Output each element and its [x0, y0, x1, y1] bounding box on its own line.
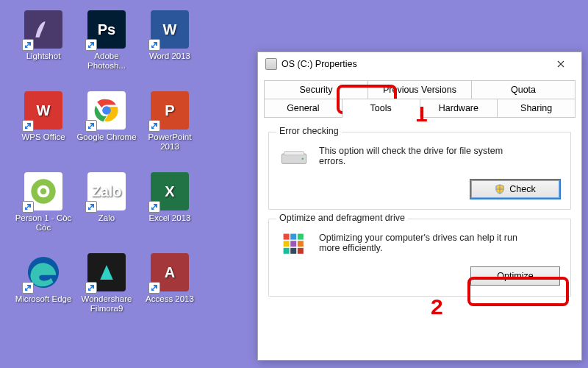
optimize-button[interactable]: Optimize [470, 266, 560, 286]
close-icon [557, 60, 564, 68]
shortcut-label: Lightshot [13, 52, 74, 61]
desktop-icons: Lightshot Ps Adobe Photosh... W Word 201… [13, 10, 200, 334]
shortcut-arrow-icon [85, 120, 97, 132]
shortcut-zalo[interactable]: Zalo Zalo [76, 172, 137, 253]
word-icon: W [151, 10, 189, 49]
edge-icon [24, 253, 62, 291]
svg-rect-12 [298, 234, 304, 240]
optimize-text: Optimizing your computer's drives can he… [319, 233, 539, 253]
tab-previous-versions[interactable]: Previous Versions [368, 80, 472, 99]
svg-rect-13 [284, 241, 290, 247]
excel-icon: X [151, 172, 189, 210]
shortcut-label: Wondershare Filmora9 [76, 294, 137, 314]
shortcut-label: Word 2013 [140, 52, 200, 61]
shortcut-arrow-icon [85, 282, 97, 294]
error-check-text: This option will check the drive for fil… [319, 146, 510, 166]
shortcut-arrow-icon [148, 39, 160, 51]
shortcut-arrow-icon [22, 39, 34, 51]
optimize-button-label: Optimize [497, 271, 533, 281]
dialog-titlebar[interactable]: OS (C:) Properties [258, 52, 581, 76]
drive-icon [265, 58, 277, 70]
svg-rect-16 [284, 248, 290, 254]
shortcut-arrow-icon [85, 201, 97, 213]
shortcut-arrow-icon [148, 201, 160, 213]
shortcut-label: Excel 2013 [140, 213, 200, 223]
shortcut-label: Microsoft Edge [13, 294, 74, 304]
group-legend: Optimize and defragment drive [276, 213, 408, 223]
shortcut-label: Google Chrome [76, 132, 137, 142]
shortcut-coccoc[interactable]: Person 1 - Còc Còc [13, 172, 74, 253]
shortcut-label: Zalo [76, 213, 137, 223]
tab-hardware[interactable]: Hardware [420, 99, 498, 118]
shortcut-arrow-icon [148, 282, 160, 294]
svg-point-9 [301, 158, 304, 160]
tab-quota[interactable]: Quota [472, 80, 576, 99]
lightshot-icon [24, 10, 62, 49]
shortcut-wps[interactable]: W WPS Office [13, 91, 74, 172]
dialog-body: Error checking This option will check th… [258, 118, 581, 307]
shortcut-arrow-icon [22, 120, 34, 132]
shortcut-lightshot[interactable]: Lightshot [13, 10, 74, 91]
tab-general[interactable]: General [264, 99, 343, 118]
shortcut-label: Person 1 - Còc Còc [13, 213, 74, 233]
filmora-icon [87, 253, 126, 291]
shortcut-filmora[interactable]: Wondershare Filmora9 [76, 253, 137, 334]
svg-rect-15 [298, 241, 304, 247]
shortcut-excel[interactable]: X Excel 2013 [140, 172, 200, 253]
svg-rect-10 [284, 234, 290, 240]
zalo-icon: Zalo [87, 172, 126, 210]
shortcut-photoshop[interactable]: Ps Adobe Photosh... [76, 10, 137, 91]
wps-icon: W [24, 91, 62, 130]
tab-sharing[interactable]: Sharing [498, 99, 576, 118]
shortcut-label: WPS Office [13, 132, 74, 142]
close-button[interactable] [545, 53, 577, 75]
svg-rect-17 [290, 248, 296, 254]
svg-rect-14 [290, 241, 296, 247]
shortcut-access[interactable]: A Access 2013 [140, 253, 200, 334]
shortcut-powerpoint[interactable]: P PowerPoint 2013 [140, 91, 200, 172]
svg-rect-18 [298, 248, 304, 254]
tab-security[interactable]: Security [264, 80, 368, 99]
defrag-icon [279, 233, 309, 256]
properties-dialog: OS (C:) Properties Security Previous Ver… [257, 52, 582, 361]
chrome-icon [87, 91, 126, 130]
shortcut-label: PowerPoint 2013 [140, 132, 200, 152]
svg-rect-8 [284, 152, 304, 155]
shortcut-arrow-icon [85, 39, 97, 51]
shortcut-word[interactable]: W Word 2013 [140, 10, 200, 91]
hdd-icon [279, 146, 309, 169]
shortcut-arrow-icon [148, 120, 160, 132]
tab-tools[interactable]: Tools [343, 99, 420, 118]
shield-icon [495, 184, 505, 194]
group-legend: Error checking [276, 126, 342, 136]
check-button[interactable]: Check [470, 180, 560, 199]
access-icon: A [151, 253, 189, 291]
check-button-label: Check [509, 184, 535, 194]
coccoc-icon [24, 172, 62, 210]
svg-rect-11 [290, 234, 296, 240]
shortcut-label: Adobe Photosh... [76, 52, 137, 71]
tab-strip: Security Previous Versions Quota General… [258, 76, 581, 118]
shortcut-edge[interactable]: Microsoft Edge [13, 253, 74, 334]
group-optimize: Optimize and defragment drive Optimizing… [268, 219, 571, 297]
svg-point-5 [40, 188, 46, 194]
shortcut-arrow-icon [22, 282, 34, 294]
photoshop-icon: Ps [87, 10, 126, 49]
group-error-checking: Error checking This option will check th… [268, 132, 571, 210]
powerpoint-icon: P [151, 91, 189, 130]
shortcut-label: Access 2013 [140, 294, 200, 304]
dialog-title: OS (C:) Properties [282, 59, 357, 69]
shortcut-arrow-icon [22, 201, 34, 213]
shortcut-chrome[interactable]: Google Chrome [76, 91, 137, 172]
